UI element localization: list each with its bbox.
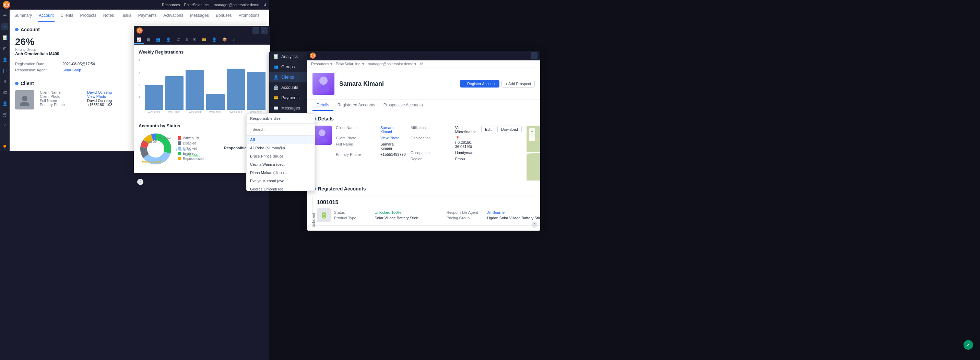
chart-nav-line[interactable]: 📈 (134, 36, 144, 44)
responsible-agent-row: Responsible Agent Solar Shop (15, 68, 136, 72)
chart-window-controls: – □ (253, 27, 267, 34)
detail-view-photo-link[interactable]: View Photo (380, 136, 399, 140)
users-list-item[interactable]: Ali Roba (ali.roba@p... (247, 144, 315, 152)
client-minimize-btn[interactable]: – (531, 52, 538, 59)
tab-prospective-accounts[interactable]: Prospective Accounts (379, 100, 427, 111)
client-help-button[interactable]: ? (531, 222, 538, 228)
nav-bonuses[interactable]: Bonuses (215, 10, 232, 22)
detail-client-name-value[interactable]: Samara Kimani (380, 126, 406, 134)
chart-expand-btn[interactable]: □ (261, 27, 267, 34)
chart-nav-box[interactable]: 📦 (220, 36, 230, 44)
chart-minimize-btn[interactable]: – (253, 27, 259, 34)
users-list-item[interactable]: All (247, 135, 315, 144)
tab-registered-accounts[interactable]: Registered Accounts (333, 100, 379, 111)
chart-nav-check[interactable]: ✓ (230, 36, 239, 44)
account-left: 26% Pricing Group Anh Omnivoltaic M400 (15, 37, 59, 56)
product-type-label: Product Type (334, 216, 372, 220)
sidebar-dollar-icon[interactable]: $ (2, 78, 8, 85)
chart-nav-person[interactable]: 👤 (163, 36, 173, 44)
sidebar-code-icon[interactable]: { } (2, 67, 8, 74)
bar-element[interactable] (145, 85, 163, 110)
users-search-input[interactable] (250, 126, 311, 133)
bar-element[interactable] (165, 76, 184, 110)
avatar-placeholder (15, 90, 34, 110)
client-nav-company[interactable]: PolarSolar, Inc. ▾ (336, 62, 364, 66)
client-download-button[interactable]: Download (497, 126, 522, 133)
chart-content: Weekly Registrations 4 3 2 1 W20 2021W21… (134, 45, 270, 118)
chart-help-btn[interactable]: ? (137, 179, 143, 185)
company-link[interactable]: PolarSolar, Inc. (184, 3, 210, 7)
nav-products[interactable]: Products (79, 10, 97, 22)
chart-nav-tag[interactable]: 🏷 (173, 36, 183, 44)
map-zoom-out[interactable]: − (529, 135, 535, 141)
add-prospect-button[interactable]: + Add Prospect (501, 80, 535, 88)
client-nav-refresh[interactable]: ↺ (420, 62, 423, 66)
users-dropdown-header: Responsible User (247, 113, 315, 124)
map-box: -0.28150, 36.08193 Source: GPS Within 24… (527, 126, 540, 180)
details-right-col: Affiliation Vina Microfinance Geolocatio… (410, 126, 476, 180)
sidebar-grid-icon[interactable]: ⊞ (2, 45, 8, 52)
view-photo-link[interactable]: View Photo (87, 94, 106, 99)
bar-label: W23 2021 (209, 110, 221, 113)
users-list-item[interactable]: Cecilia Wanjiru (cec... (247, 160, 315, 169)
users-list-item[interactable]: Bruce Prince (bruce... (247, 152, 315, 160)
client-name-value[interactable]: David Ochieng (87, 90, 112, 94)
nav-summary[interactable]: Summary (14, 10, 33, 22)
dropdown-label: Payments (281, 96, 299, 100)
nav-promotions[interactable]: Promotions (238, 10, 260, 22)
client-nav-user[interactable]: manager@polarsolar.demo ▾ (368, 62, 417, 66)
svg-point-3 (138, 29, 141, 32)
users-list-item[interactable]: Evelyn Muthoni (eve... (247, 177, 315, 185)
map-zoom-in[interactable]: + (529, 128, 535, 135)
chart-nav-table[interactable]: ▦ (144, 36, 153, 44)
label-writtenoff: Written Off (142, 140, 157, 143)
sidebar-tag-icon[interactable]: 🏷 (2, 89, 8, 96)
chart-nav-promo[interactable]: 🎫 (199, 36, 209, 44)
client-photo-row: Client Photo View Photo (40, 94, 148, 99)
sidebar-user-icon[interactable]: 👤 (2, 100, 8, 107)
sidebar-home-icon[interactable]: ⌂ (2, 23, 8, 30)
nav-tasks[interactable]: Tasks (120, 10, 132, 22)
responsible-agent-label: Responsible Agent (15, 68, 60, 72)
svg-point-2 (20, 102, 30, 106)
sidebar-cart-icon[interactable]: 🛒 (2, 111, 8, 118)
client-section-title: Client (21, 81, 34, 86)
label-enabled-chart: — Enabled (185, 154, 200, 157)
sidebar-people-icon[interactable]: 👤 (2, 56, 8, 63)
nav-activations[interactable]: Activations (162, 10, 184, 22)
bar-element[interactable] (186, 70, 204, 110)
client-nav-resources[interactable]: Resources ▾ (311, 62, 332, 66)
detail-phone-row: Primary Phone +15551499770 (336, 152, 406, 156)
sidebar-menu-icon[interactable]: ☰ (2, 12, 8, 19)
bar-element[interactable] (247, 72, 266, 110)
sidebar-check-icon[interactable]: ✓ (2, 122, 8, 129)
users-list-item[interactable]: Diana Makau (diana... (247, 169, 315, 177)
sidebar-chart-icon[interactable]: 📊 (2, 34, 8, 41)
nav-clients[interactable]: Clients (60, 10, 74, 22)
nav-account[interactable]: Account (38, 10, 54, 22)
nav-messages[interactable]: Messages (189, 10, 210, 22)
users-list-item[interactable]: George Omondi (ge... (247, 185, 315, 191)
responsible-agent-value[interactable]: Solar Shop (62, 68, 81, 72)
edit-button[interactable]: Edit (481, 126, 495, 133)
product-type-row: Product Type Solar Village Battery Stick (334, 216, 443, 220)
account-number: 1001015 (317, 199, 540, 205)
chart-nav-user[interactable]: 👤 (209, 36, 220, 44)
chart-nav-dollar[interactable]: $ (183, 36, 190, 44)
resp-agent-value[interactable]: Jill Bourne (487, 210, 504, 215)
refresh-icon[interactable]: ↺ (263, 3, 267, 7)
nav-payments[interactable]: Payments (138, 10, 157, 22)
chart-nav-message[interactable]: ✉ (190, 36, 199, 44)
tab-details[interactable]: Details (312, 100, 333, 111)
svg-point-14 (317, 86, 329, 92)
chart-nav-people[interactable]: 👥 (153, 36, 163, 44)
user-link[interactable]: manager@polarsolar.demo (214, 3, 259, 7)
resources-link[interactable]: Resources (162, 3, 180, 7)
detail-fullname-value: Samara Kimani (380, 142, 406, 150)
bar-element[interactable] (206, 94, 225, 110)
confirm-check-button[interactable]: ✓ (964, 340, 973, 350)
bar-element[interactable] (227, 68, 245, 110)
client-detail-window: – Resources ▾ PolarSolar, Inc. ▾ manager… (307, 51, 540, 231)
nav-notes[interactable]: Notes (103, 10, 115, 22)
register-account-button[interactable]: + Register Account (460, 80, 500, 88)
